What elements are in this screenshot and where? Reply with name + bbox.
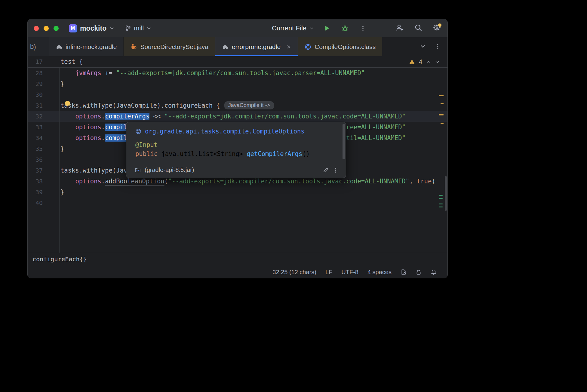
line-number[interactable]: 30	[28, 89, 59, 100]
chevron-up-icon[interactable]	[426, 60, 431, 64]
error-stripe-info-mark[interactable]	[439, 207, 443, 207]
error-stripe-info-mark[interactable]	[439, 198, 443, 199]
doc-class-link[interactable]: org.gradle.api.tasks.compile.CompileOpti…	[145, 128, 305, 135]
intention-bulb-marker[interactable]	[65, 101, 70, 106]
code-line-31[interactable]: 31tasks.withType(JavaCompile).configureE…	[28, 100, 447, 111]
kebab-icon	[360, 25, 366, 31]
vcs-branch-widget[interactable]: mill	[125, 24, 151, 32]
settings-button[interactable]	[433, 24, 441, 33]
line-separator-widget[interactable]: LF	[325, 269, 332, 276]
documentation-popup: org.gradle.api.tasks.compile.CompileOpti…	[126, 122, 346, 178]
doc-modifier: public	[135, 150, 158, 158]
unlock-icon	[416, 269, 422, 275]
code-text[interactable]: options.compilerArgs << "--add-exports=j…	[59, 111, 406, 122]
editor-scrollbar[interactable]	[445, 176, 447, 211]
search-everywhere-button[interactable]	[414, 24, 422, 33]
line-number[interactable]: 38	[28, 176, 59, 187]
encoding-widget[interactable]: UTF-8	[341, 269, 358, 276]
tab-label: CompileOptions.class	[315, 43, 376, 51]
error-stripe-warning-mark[interactable]	[441, 123, 444, 124]
code-line-39[interactable]: 39}	[28, 187, 447, 198]
minimize-window-button[interactable]	[44, 26, 49, 31]
project-logo-icon: M	[69, 24, 77, 32]
doc-method-name[interactable]: getCompilerArgs	[247, 150, 302, 158]
tab-SourceDirectorySet.java[interactable]: SourceDirectorySet.java	[124, 37, 215, 56]
sticky-line[interactable]: 17 test { 4	[28, 56, 447, 68]
code-text[interactable]: tasks.withType(JavaCompile).configureEac…	[59, 100, 274, 111]
line-number[interactable]: 33	[28, 122, 59, 133]
breadcrumb[interactable]: configureEach{}	[28, 253, 447, 265]
tab-errorprone.gradle[interactable]: errorprone.gradle	[215, 37, 298, 56]
line-number[interactable]: 39	[28, 187, 59, 198]
code-with-me-button[interactable]	[396, 24, 404, 33]
code-line-28[interactable]: 28 jvmArgs += "--add-exports=jdk.compile…	[28, 68, 447, 78]
run-configuration-selector[interactable]: Current File	[272, 24, 314, 32]
search-icon	[414, 24, 422, 32]
code-text[interactable]: }	[59, 78, 64, 89]
sticky-code-text[interactable]: test {	[59, 56, 83, 67]
line-number[interactable]: 36	[28, 154, 59, 165]
kebab-icon[interactable]	[333, 167, 339, 173]
line-number[interactable]: 29	[28, 78, 59, 89]
tab-file-icon	[305, 44, 311, 50]
error-stripe-warning-mark[interactable]	[441, 103, 444, 104]
popup-scrollbar[interactable]	[343, 124, 345, 159]
error-stripe-info-mark[interactable]	[439, 204, 443, 204]
code-style-config-button[interactable]	[401, 269, 407, 275]
bug-icon	[341, 25, 349, 32]
error-stripe-info-mark[interactable]	[439, 195, 443, 196]
code-text[interactable]: }	[59, 143, 64, 154]
editor-area[interactable]: 17 test { 4 28 jvmArgs += "--add-exports…	[28, 56, 447, 253]
line-number[interactable]: 31	[28, 100, 59, 111]
breadcrumb-item[interactable]: configureEach{}	[32, 256, 87, 263]
line-number[interactable]: 40	[28, 198, 59, 208]
error-stripe-warning-mark[interactable]	[439, 114, 444, 115]
more-actions-button[interactable]	[358, 23, 368, 33]
code-line-30[interactable]: 30	[28, 89, 447, 100]
pencil-icon[interactable]	[323, 167, 329, 173]
tab-file-icon	[56, 44, 62, 50]
error-stripe-warning-mark[interactable]	[439, 95, 444, 96]
line-number[interactable]: 28	[28, 68, 59, 78]
line-number[interactable]: 34	[28, 133, 59, 143]
tab-overflow-label: b)	[30, 43, 36, 51]
tab-options-button[interactable]	[434, 43, 440, 51]
debug-button[interactable]	[340, 23, 350, 33]
tab-list-dropdown-button[interactable]	[420, 43, 426, 51]
project-name: mockito	[80, 24, 106, 32]
code-line-32[interactable]: 32 options.compilerArgs << "--add-export…	[28, 111, 447, 122]
code-line-29[interactable]: 29}	[28, 78, 447, 89]
close-icon[interactable]	[286, 44, 291, 49]
file-lock-toggle[interactable]	[416, 269, 422, 275]
inlay-hint[interactable]: JavaCompile it ->	[224, 101, 274, 109]
tab-inline-mock.gradle[interactable]: inline-mock.gradle	[49, 37, 124, 56]
line-number[interactable]: 37	[28, 165, 59, 176]
titlebar[interactable]: M mockito mill Current File	[28, 19, 447, 37]
run-button[interactable]	[322, 23, 332, 33]
line-number[interactable]: 35	[28, 143, 59, 154]
kebab-icon	[434, 43, 440, 49]
caret-position-widget[interactable]: 32:25 (12 chars)	[272, 269, 316, 276]
code-line-40[interactable]: 40	[28, 198, 447, 208]
line-number[interactable]: 17	[28, 56, 59, 67]
zoom-window-button[interactable]	[54, 26, 59, 31]
run-configuration-label: Current File	[272, 24, 306, 32]
tab-file-icon	[222, 44, 229, 50]
ide-window: M mockito mill Current File	[27, 19, 448, 278]
doc-return-type: java.util.List<String>	[158, 150, 247, 158]
desktop-background: M mockito mill Current File	[0, 0, 587, 392]
tab-CompileOptions.class[interactable]: CompileOptions.class	[298, 37, 383, 56]
notifications-button[interactable]	[431, 269, 437, 275]
chevron-down-icon[interactable]	[435, 60, 440, 64]
code-text[interactable]: }	[59, 187, 64, 198]
code-text[interactable]: jvmArgs += "--add-exports=jdk.compiler/c…	[59, 68, 365, 78]
line-number[interactable]: 32	[28, 111, 59, 122]
project-widget[interactable]: M mockito	[69, 24, 114, 32]
doc-method-parens: ()	[302, 150, 310, 158]
git-branch-icon	[125, 25, 131, 31]
indent-widget[interactable]: 4 spaces	[367, 269, 392, 276]
inspection-widget[interactable]: 4	[409, 56, 440, 67]
close-window-button[interactable]	[34, 26, 39, 31]
tab-overflow-left[interactable]: b)	[28, 37, 49, 56]
branch-name: mill	[134, 24, 144, 32]
